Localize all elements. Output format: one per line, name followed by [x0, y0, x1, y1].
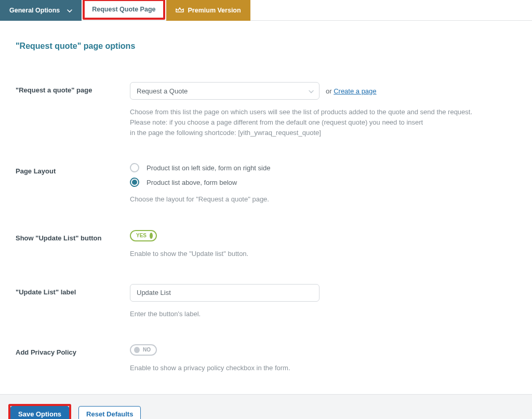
- label-update-list-label: "Update List" label: [16, 284, 130, 296]
- desc-line-1: Choose from this list the page on which …: [130, 107, 516, 117]
- or-text: or: [326, 87, 334, 95]
- row-add-privacy-policy: Add Privacy Policy NO Enable to show a p…: [16, 344, 516, 373]
- field-quote-page: Request a Quote or Create a page Choose …: [130, 82, 516, 138]
- field-page-layout: Product list on left side, form on right…: [130, 163, 516, 205]
- layout-radio-group: Product list on left side, form on right…: [130, 163, 516, 187]
- field-add-privacy-policy: NO Enable to show a privacy policy check…: [130, 344, 516, 373]
- label-page-layout: Page Layout: [16, 163, 130, 175]
- update-list-label-input[interactable]: [130, 284, 320, 302]
- row-quote-page: "Request a quote" page Request a Quote o…: [16, 82, 516, 138]
- layout-option-above-below[interactable]: Product list above, form below: [130, 178, 516, 187]
- quote-page-select[interactable]: Request a Quote: [130, 82, 320, 100]
- layout-option-1-label: Product list on left side, form on right…: [147, 164, 270, 172]
- tab-premium-version[interactable]: Premium Version: [166, 0, 250, 21]
- create-page-link[interactable]: Create a page: [334, 87, 376, 95]
- row-show-update-list: Show "Update List" button YES Enable to …: [16, 230, 516, 259]
- layout-option-2-label: Product list above, form below: [147, 179, 237, 186]
- show-update-desc: Enable to show the "Update list" button.: [130, 249, 516, 259]
- footer-actions: Save Options Reset Defaults: [0, 395, 532, 419]
- tab-premium-label: Premium Version: [188, 7, 241, 14]
- field-show-update-list: YES Enable to show the "Update list" but…: [130, 230, 516, 259]
- or-create-page: or Create a page: [326, 87, 377, 95]
- field-update-list-label: Enter the button's label.: [130, 284, 516, 319]
- toggle-state-label-no: NO: [143, 347, 151, 353]
- settings-panel: "Request quote" page options "Request a …: [0, 21, 532, 395]
- radio-icon: [130, 163, 139, 172]
- crown-icon: [176, 7, 184, 15]
- tab-general-options[interactable]: General Options: [0, 0, 82, 21]
- reset-defaults-button[interactable]: Reset Defaults: [78, 406, 141, 419]
- toggle-state-label-yes: YES: [136, 233, 147, 238]
- desc-line-2: Please note: if you choose a page differ…: [130, 117, 516, 128]
- privacy-policy-toggle[interactable]: NO: [130, 344, 157, 356]
- layout-desc: Choose the layout for "Request a quote" …: [130, 194, 516, 205]
- label-add-privacy-policy: Add Privacy Policy: [16, 344, 130, 356]
- layout-option-left-right[interactable]: Product list on left side, form on right…: [130, 163, 516, 172]
- row-update-list-label: "Update List" label Enter the button's l…: [16, 284, 516, 319]
- toggle-knob-icon: [150, 233, 153, 239]
- update-list-label-desc: Enter the button's label.: [130, 309, 516, 319]
- radio-checked-icon: [130, 178, 139, 187]
- tab-request-quote-page[interactable]: Request Quote Page: [83, 0, 165, 20]
- desc-line-3: in the page the following shortcode: [yi…: [130, 128, 516, 138]
- quote-page-desc: Choose from this list the page on which …: [130, 107, 516, 138]
- page-title: "Request quote" page options: [16, 42, 516, 51]
- save-options-highlight: Save Options: [8, 404, 71, 419]
- toggle-knob-icon: [134, 347, 140, 353]
- top-tabs: General Options Request Quote Page Premi…: [0, 0, 532, 21]
- privacy-desc: Enable to show a privacy policy checkbox…: [130, 363, 516, 373]
- label-show-update-list: Show "Update List" button: [16, 230, 130, 242]
- chevron-down-icon: [67, 7, 72, 14]
- tab-general-label: General Options: [9, 7, 60, 14]
- show-update-list-toggle[interactable]: YES: [130, 230, 157, 241]
- save-options-button[interactable]: Save Options: [10, 406, 69, 419]
- label-quote-page: "Request a quote" page: [16, 82, 130, 94]
- row-page-layout: Page Layout Product list on left side, f…: [16, 163, 516, 205]
- quote-page-select-value: Request a Quote: [137, 87, 188, 95]
- tab-request-label: Request Quote Page: [92, 6, 155, 13]
